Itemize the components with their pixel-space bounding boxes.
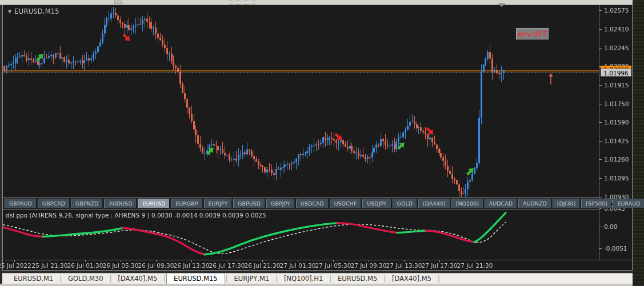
chart-tab--nq100--h1[interactable]: [NQ100],H1 bbox=[278, 274, 329, 283]
indicator-label: dsl ppo (AHRENS 9,26, signal type : AHRE… bbox=[6, 212, 266, 219]
toolbar-fragment bbox=[230, 1, 255, 5]
triangle-down-icon[interactable]: ▼ bbox=[8, 9, 11, 14]
price-axis-label: 1.01590 bbox=[604, 119, 629, 126]
symbol-button-gbpaud[interactable]: GBPAUD bbox=[5, 199, 37, 208]
price-tick bbox=[599, 159, 602, 160]
symbol-button-dji30[interactable]: [DJI30] bbox=[553, 199, 580, 208]
indicator-axis-label: 0.00 bbox=[604, 223, 617, 230]
indicator-tick bbox=[599, 227, 602, 227]
time-axis-label: 26 Jul 01:30 bbox=[67, 262, 103, 269]
symbol-button-eurjpy[interactable]: EURJPY bbox=[204, 199, 233, 208]
chart-tab-eurusd-m1[interactable]: EURUSD,M1 bbox=[8, 274, 59, 283]
price-axis-label: 1.01915 bbox=[604, 82, 629, 88]
price-chart-area[interactable]: ▼EURUSD,M15 env OFF bbox=[3, 5, 599, 197]
symbol-changer-row: GBPAUDGBPCADGBPNZDAUDUSDEURUSDEURGBPEURJ… bbox=[3, 197, 599, 210]
price-axis[interactable]: 1.025751.024101.022451.020801.019151.017… bbox=[599, 5, 632, 260]
chart-tab-gold-m30[interactable]: GOLD,M30 bbox=[62, 274, 109, 283]
indicator-axis-label: -0.0051 bbox=[604, 245, 627, 252]
symbol-button-audcad[interactable]: AUDCAD bbox=[485, 199, 517, 208]
env-toggle-button[interactable]: env OFF bbox=[516, 28, 549, 40]
price-tick bbox=[599, 104, 602, 104]
time-axis-label: 26 Jul 09:30 bbox=[138, 262, 174, 269]
price-tick bbox=[599, 85, 602, 86]
chart-tab-eurusd-m5[interactable]: EURUSD,M5 bbox=[332, 274, 383, 283]
chart-window: ▼EURUSD,M15 env OFF 1.025751.024101.0224… bbox=[2, 5, 633, 271]
price-chart-canvas[interactable] bbox=[3, 5, 599, 197]
chart-title: ▼EURUSD,M15 bbox=[8, 7, 59, 15]
screen: ▼EURUSD,M15 env OFF 1.025751.024101.0224… bbox=[0, 0, 644, 286]
symbol-button-gbpnzd[interactable]: GBPNZD bbox=[71, 199, 103, 208]
time-axis-label: 27 Jul 01:30 bbox=[280, 262, 316, 269]
indicator-tick bbox=[599, 208, 602, 209]
price-axis-label: 1.01425 bbox=[604, 138, 629, 144]
price-axis-label: 1.01095 bbox=[604, 175, 629, 182]
price-axis-label: 1.02575 bbox=[604, 7, 629, 14]
price-tick bbox=[599, 48, 602, 49]
symbol-button-sp500[interactable]: [SP500] bbox=[581, 199, 611, 208]
time-axis-label: 27 Jul 09:30 bbox=[351, 262, 387, 269]
symbol-button-usdchf[interactable]: USDCHF bbox=[330, 199, 362, 208]
symbol-button-gold[interactable]: GOLD bbox=[393, 199, 417, 208]
time-axis-label: 26 Jul 05:30 bbox=[103, 262, 139, 269]
time-axis-label: 27 Jul 17:30 bbox=[422, 262, 458, 269]
price-tick bbox=[599, 122, 602, 123]
symbol-button-usdjpy[interactable]: USDJPY bbox=[362, 199, 391, 208]
desktop-background-strip bbox=[633, 0, 644, 286]
time-axis-label: 25 Jul 21:30 bbox=[32, 262, 68, 269]
price-axis-label: 1.01750 bbox=[604, 100, 629, 107]
price-tick bbox=[599, 141, 602, 142]
time-axis-label: 26 Jul 17:30 bbox=[209, 262, 245, 269]
chart-tab--dax40--m5[interactable]: [DAX40],M5 bbox=[386, 274, 437, 283]
symbol-button-dax40[interactable]: [DAX40] bbox=[418, 199, 450, 208]
chart-tab--dax40--m5[interactable]: [DAX40],M5 bbox=[112, 274, 163, 283]
tab-separator: | bbox=[437, 275, 441, 283]
symbol-button-nq100[interactable]: [NQ100] bbox=[451, 199, 483, 208]
time-axis-label: 26 Jul 21:30 bbox=[245, 262, 281, 269]
symbol-button-gbpcad[interactable]: GBPCAD bbox=[38, 199, 70, 208]
price-tick bbox=[599, 178, 602, 179]
time-axis[interactable]: 25 Jul 202225 Jul 21:3026 Jul 01:3026 Ju… bbox=[3, 260, 632, 270]
symbol-button-euraud[interactable]: EURAUD bbox=[613, 199, 644, 208]
symbol-button-gbpusd[interactable]: GBPUSD bbox=[233, 199, 265, 208]
time-axis-label: 25 Jul 2022 bbox=[0, 262, 31, 269]
time-axis-label: 27 Jul 21:30 bbox=[457, 262, 493, 269]
price-tick bbox=[599, 29, 602, 30]
symbol-button-usdcad[interactable]: USDCAD bbox=[296, 199, 329, 208]
bid-price-box: 1.01996 bbox=[601, 69, 631, 76]
indicator-subwindow[interactable]: dsl ppo (AHRENS 9,26, signal type : AHRE… bbox=[3, 210, 599, 260]
chart-tab-eurusd-m15[interactable]: EURUSD,M15 bbox=[166, 273, 225, 284]
price-axis-label: 1.02245 bbox=[604, 45, 629, 51]
price-axis-label: 1.02410 bbox=[604, 26, 629, 33]
price-tick bbox=[599, 10, 602, 11]
price-tick bbox=[599, 197, 602, 198]
time-axis-label: 26 Jul 13:30 bbox=[174, 262, 210, 269]
symbol-button-gbpjpy[interactable]: GBPJPY bbox=[266, 199, 295, 208]
price-axis-label: 1.01260 bbox=[604, 156, 629, 163]
chart-tab-eurjpy-m1[interactable]: EURJPY,M1 bbox=[228, 274, 275, 283]
chart-tab-bar: EURUSD,M1|GOLD,M30|[DAX40],M5|EURUSD,M15… bbox=[2, 273, 633, 284]
indicator-tick bbox=[599, 248, 602, 249]
chart-shift-marker-icon[interactable] bbox=[498, 3, 506, 7]
symbol-button-audusd[interactable]: AUDUSD bbox=[104, 199, 137, 208]
symbol-button-eurgbp[interactable]: EURGBP bbox=[171, 199, 202, 208]
time-axis-label: 27 Jul 13:30 bbox=[386, 262, 422, 269]
time-axis-label: 27 Jul 05:30 bbox=[315, 262, 351, 269]
symbol-button-eurusd[interactable]: EURUSD bbox=[138, 199, 170, 208]
bottom-edge-strip bbox=[0, 284, 633, 286]
toolbar-fragment bbox=[114, 1, 122, 4]
symbol-button-audnzd[interactable]: AUDNZD bbox=[518, 199, 551, 208]
